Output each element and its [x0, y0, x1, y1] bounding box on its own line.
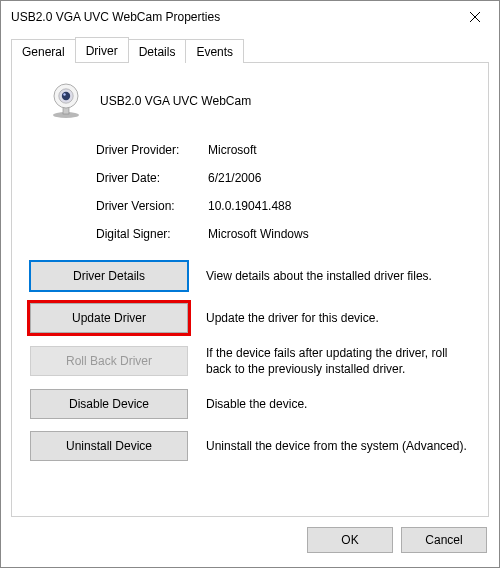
- device-header: USB2.0 VGA UVC WebCam: [48, 83, 474, 119]
- driver-version-value: 10.0.19041.488: [208, 199, 474, 213]
- update-driver-desc: Update the driver for this device.: [206, 310, 474, 326]
- roll-back-driver-button: Roll Back Driver: [30, 346, 188, 376]
- roll-back-driver-desc: If the device fails after updating the d…: [206, 345, 474, 377]
- window-title: USB2.0 VGA UVC WebCam Properties: [11, 10, 220, 24]
- driver-version-label: Driver Version:: [96, 199, 208, 213]
- driver-date-value: 6/21/2006: [208, 171, 474, 185]
- update-driver-button[interactable]: Update Driver: [30, 303, 188, 333]
- driver-details-button[interactable]: Driver Details: [30, 261, 188, 291]
- device-name: USB2.0 VGA UVC WebCam: [100, 94, 251, 108]
- driver-details-desc: View details about the installed driver …: [206, 268, 474, 284]
- tab-details[interactable]: Details: [128, 39, 187, 63]
- disable-device-desc: Disable the device.: [206, 396, 474, 412]
- svg-point-6: [62, 92, 70, 100]
- properties-window: USB2.0 VGA UVC WebCam Properties General…: [0, 0, 500, 568]
- disable-device-button[interactable]: Disable Device: [30, 389, 188, 419]
- tab-general[interactable]: General: [11, 39, 76, 63]
- digital-signer-value: Microsoft Windows: [208, 227, 474, 241]
- tab-events[interactable]: Events: [185, 39, 244, 63]
- driver-properties: Driver Provider: Microsoft Driver Date: …: [96, 143, 474, 241]
- driver-actions: Driver Details View details about the in…: [30, 261, 474, 461]
- digital-signer-label: Digital Signer:: [96, 227, 208, 241]
- webcam-icon: [48, 83, 84, 119]
- uninstall-device-button[interactable]: Uninstall Device: [30, 431, 188, 461]
- close-icon: [470, 12, 480, 22]
- close-button[interactable]: [455, 3, 495, 31]
- ok-button[interactable]: OK: [307, 527, 393, 553]
- driver-provider-label: Driver Provider:: [96, 143, 208, 157]
- dialog-buttons: OK Cancel: [11, 517, 489, 557]
- tabstrip: General Driver Details Events: [11, 37, 489, 62]
- tab-panel-driver: USB2.0 VGA UVC WebCam Driver Provider: M…: [11, 62, 489, 517]
- driver-provider-value: Microsoft: [208, 143, 474, 157]
- titlebar: USB2.0 VGA UVC WebCam Properties: [1, 1, 499, 33]
- client-area: General Driver Details Events USB2.0: [1, 33, 499, 567]
- svg-point-7: [63, 93, 65, 95]
- uninstall-device-desc: Uninstall the device from the system (Ad…: [206, 438, 474, 454]
- tab-driver[interactable]: Driver: [75, 37, 129, 62]
- driver-date-label: Driver Date:: [96, 171, 208, 185]
- cancel-button[interactable]: Cancel: [401, 527, 487, 553]
